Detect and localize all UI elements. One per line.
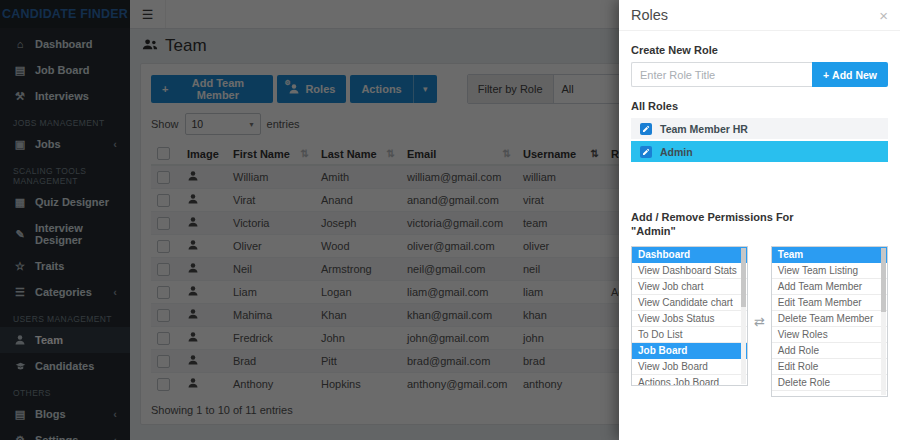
permission-item[interactable]: Delete Role [772, 375, 887, 391]
roles-panel-header: Roles × [619, 0, 900, 31]
transfer-arrows-icon[interactable]: ⇄ [748, 246, 771, 397]
add-new-role-button[interactable]: + Add New [812, 62, 888, 87]
create-role-input-group: + Add New [631, 62, 888, 87]
permission-item[interactable]: View Job chart [632, 279, 747, 295]
roles-panel-body: Create New Role + Add New All Roles Team… [619, 31, 900, 397]
permission-item[interactable]: Edit Team Member [772, 295, 887, 311]
permissions-title-line2: "Admin" [631, 224, 888, 238]
permission-group-header: Dashboard [632, 247, 747, 263]
create-new-role-label: Create New Role [631, 44, 888, 56]
edit-role-icon[interactable] [640, 123, 652, 135]
add-new-label: Add New [832, 69, 877, 81]
roles-panel-title: Roles [631, 7, 668, 23]
permission-item[interactable]: Actions Job Board [632, 375, 747, 386]
role-row-team-member-hr[interactable]: Team Member HR [631, 118, 888, 139]
role-title-input[interactable] [631, 62, 812, 87]
permissions-transfer: DashboardView Dashboard StatsView Job ch… [631, 246, 888, 397]
permission-item[interactable]: View Dashboard Stats [632, 263, 747, 279]
permission-item[interactable]: View Roles [772, 327, 887, 343]
scrollbar[interactable] [741, 248, 746, 384]
permissions-title: Add / Remove Permissions For "Admin" [631, 210, 888, 239]
all-roles-list: Team Member HRAdmin [631, 118, 888, 162]
scrollbar[interactable] [881, 248, 886, 395]
app-screen: CANDIDATE FINDER ⌂Dashboard▤Job Board⚒In… [0, 0, 900, 440]
permission-item[interactable]: Delete Team Member [772, 311, 887, 327]
permission-item[interactable]: To Do List [632, 327, 747, 343]
permission-item[interactable]: Edit Role [772, 359, 887, 375]
permissions-title-line1: Add / Remove Permissions For [631, 210, 888, 224]
role-row-admin[interactable]: Admin [631, 141, 888, 162]
edit-role-icon[interactable] [640, 146, 652, 158]
permission-group-header: Team [772, 247, 887, 263]
permission-item[interactable]: View Candidate chart [632, 295, 747, 311]
permission-group-header: Job Board [632, 343, 747, 359]
role-name: Admin [660, 146, 693, 158]
available-permissions-list[interactable]: DashboardView Dashboard StatsView Job ch… [631, 246, 748, 386]
permission-item[interactable]: View Jobs Status [632, 311, 747, 327]
roles-panel: Roles × Create New Role + Add New All Ro… [619, 0, 900, 440]
role-name: Team Member HR [660, 123, 748, 135]
permission-item[interactable]: Add Team Member [772, 279, 887, 295]
all-roles-label: All Roles [631, 100, 888, 112]
permission-item[interactable]: Add Role [772, 343, 887, 359]
close-icon[interactable]: × [879, 8, 888, 23]
permission-item[interactable]: View Job Board [632, 359, 747, 375]
assigned-permissions-list[interactable]: TeamView Team ListingAdd Team MemberEdit… [771, 246, 888, 397]
plus-icon: + [823, 69, 829, 81]
permission-item[interactable]: View Team Listing [772, 263, 887, 279]
